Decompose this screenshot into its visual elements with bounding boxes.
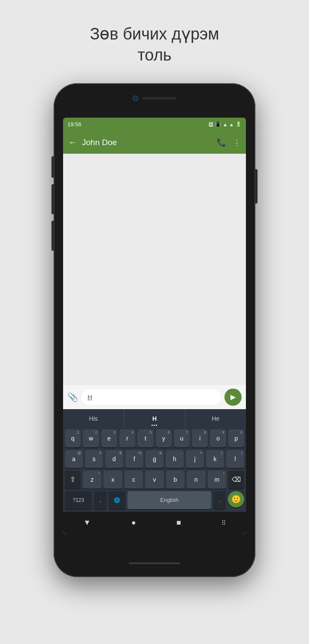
key-s[interactable]: #s [85, 450, 103, 468]
key-x[interactable]: x [103, 471, 122, 489]
key-w[interactable]: 2w [83, 429, 99, 447]
key-t[interactable]: 5t [137, 429, 153, 447]
comma-key[interactable]: , [94, 491, 106, 509]
nav-grid-icon[interactable]: ⠿ [221, 519, 226, 526]
status-icons: 🖼 📳 ▲ ▲ 🔋 [209, 122, 242, 127]
key-p[interactable]: 0p [228, 429, 244, 447]
more-options-button[interactable]: ⋮ [233, 138, 241, 147]
globe-key[interactable]: 🌐 [109, 491, 125, 509]
status-time: 19:56 [67, 121, 82, 128]
vibrate-icon: 📳 [215, 122, 221, 127]
app-bar: ← John Doe 📞 ⋮ [63, 131, 246, 154]
key-k[interactable]: (k [206, 450, 224, 468]
keyboard-row-2: @a #s $d %f &g -h +j (k )l [63, 449, 246, 469]
volume-down-button [52, 184, 54, 214]
contact-name: John Doe [82, 138, 212, 147]
key-v[interactable]: v [145, 471, 164, 489]
nav-back-icon[interactable]: ▼ [83, 518, 91, 527]
power-button [255, 169, 258, 204]
phone-body: 19:56 🖼 📳 ▲ ▲ 🔋 ← John Doe 📞 ⋮ [54, 83, 255, 577]
key-q[interactable]: 1q [65, 429, 81, 447]
emoji-button[interactable]: 🙂 [228, 491, 244, 507]
back-button[interactable]: ← [68, 137, 77, 147]
camera-button [52, 221, 54, 251]
phone-bottom-bar [129, 562, 180, 564]
key-z[interactable]: *z [83, 471, 101, 489]
page-title: Зөв бичих дүрэм толь [90, 24, 219, 66]
notification-icon: 🖼 [209, 122, 213, 127]
keyboard: 1q 2w 3e 4r 5t 6y 7u 8i 9o 0p @a #s $d %… [63, 428, 246, 512]
key-y[interactable]: 6y [156, 429, 172, 447]
backspace-button[interactable]: ⌫ [228, 471, 244, 489]
key-l[interactable]: )l [226, 450, 244, 468]
autocomplete-h[interactable]: H [124, 409, 185, 428]
message-input[interactable]: H [82, 389, 221, 405]
key-i[interactable]: 8i [192, 429, 208, 447]
key-j[interactable]: +j [186, 450, 204, 468]
nav-home-icon[interactable]: ● [131, 518, 136, 527]
key-u[interactable]: 7u [174, 429, 190, 447]
key-d[interactable]: $d [105, 450, 123, 468]
key-e[interactable]: 3e [101, 429, 117, 447]
app-bar-actions: 📞 ⋮ [217, 138, 241, 147]
status-bar: 19:56 🖼 📳 ▲ ▲ 🔋 [63, 118, 246, 131]
shift-button[interactable]: ⇧ [65, 471, 81, 489]
autocomplete-his[interactable]: His [63, 409, 124, 428]
phone-screen: 19:56 🖼 📳 ▲ ▲ 🔋 ← John Doe 📞 ⋮ [63, 118, 246, 534]
key-b[interactable]: b [166, 471, 185, 489]
call-button[interactable]: 📞 [217, 138, 226, 147]
key-h[interactable]: -h [166, 450, 184, 468]
keyboard-row-1: 1q 2w 3e 4r 5t 6y 7u 8i 9o 0p [63, 428, 246, 449]
volume-up-button [52, 156, 54, 178]
key-c[interactable]: c [124, 471, 143, 489]
send-button[interactable]: ▶ [224, 389, 242, 406]
keyboard-row-3: ⇧ *z x c v b 'n !m ⌫ [63, 469, 246, 490]
space-key[interactable]: English [127, 491, 211, 509]
phone-device: 19:56 🖼 📳 ▲ ▲ 🔋 ← John Doe 📞 ⋮ [54, 83, 255, 577]
nav-bar: ▼ ● ■ ⠿ [63, 512, 246, 534]
key-r[interactable]: 4r [119, 429, 135, 447]
input-text: H [88, 393, 92, 401]
front-camera-area [133, 95, 176, 101]
wifi-icon: ▲ [223, 122, 227, 127]
key-n[interactable]: 'n [187, 471, 205, 489]
key-f[interactable]: %f [125, 450, 143, 468]
attach-button[interactable]: 📎 [67, 392, 78, 402]
signal-icon: ▲ [229, 122, 234, 127]
message-area [63, 154, 246, 385]
send-icon: ▶ [230, 393, 236, 401]
camera-lens-icon [133, 95, 139, 101]
key-g[interactable]: &g [145, 450, 164, 468]
autocomplete-he[interactable]: He [185, 409, 246, 428]
keyboard-row-4: ?123 , 🌐 English . 🙂 [63, 490, 246, 512]
input-area: 📎 H ▶ [63, 385, 246, 409]
nav-recents-icon[interactable]: ■ [176, 518, 181, 527]
number-switch-button[interactable]: ?123 [65, 491, 92, 509]
key-m[interactable]: !m [208, 471, 226, 489]
key-o[interactable]: 9o [210, 429, 226, 447]
speaker-grille [142, 97, 176, 100]
autocomplete-bar: His H He [63, 409, 246, 428]
period-key[interactable]: . [213, 491, 226, 509]
key-a[interactable]: @a [65, 450, 83, 468]
battery-icon: 🔋 [236, 122, 242, 127]
